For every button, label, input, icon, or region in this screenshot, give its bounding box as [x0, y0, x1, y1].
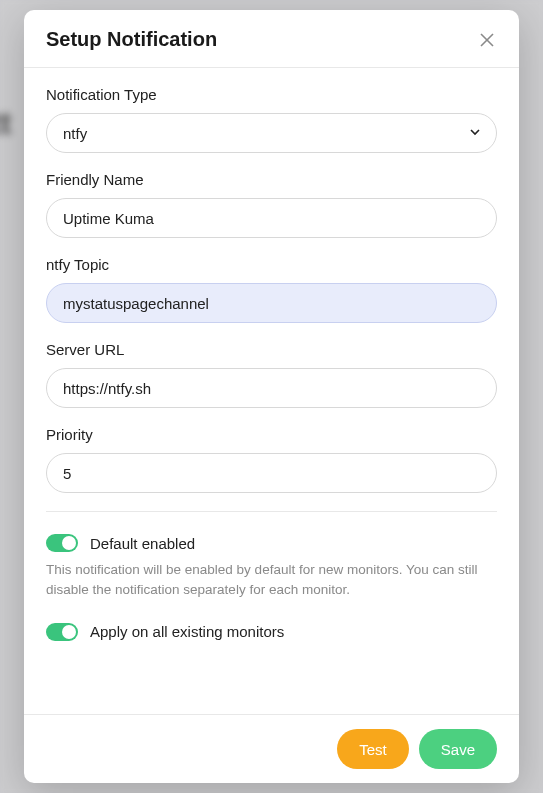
field-server-url: Server URL	[46, 341, 497, 408]
close-icon	[479, 32, 495, 48]
select-notification-type[interactable]: ntfy	[46, 113, 497, 153]
modal-header: Setup Notification	[24, 10, 519, 68]
toggle-desc-default-enabled: This notification will be enabled by def…	[46, 560, 497, 601]
modal-title: Setup Notification	[46, 28, 217, 51]
modal-body: Notification Type ntfy Friendly Name ntf…	[24, 68, 519, 714]
select-wrap-notification-type: ntfy	[46, 113, 497, 153]
field-notification-type: Notification Type ntfy	[46, 86, 497, 153]
toggle-label-apply-all: Apply on all existing monitors	[90, 623, 284, 640]
label-friendly-name: Friendly Name	[46, 171, 497, 188]
toggle-apply-all[interactable]	[46, 623, 78, 641]
field-priority: Priority	[46, 426, 497, 493]
divider	[46, 511, 497, 512]
input-ntfy-topic[interactable]	[46, 283, 497, 323]
field-ntfy-topic: ntfy Topic	[46, 256, 497, 323]
toggle-row-default-enabled: Default enabled	[46, 534, 497, 552]
toggle-default-enabled[interactable]	[46, 534, 78, 552]
toggle-row-apply-all: Apply on all existing monitors	[46, 623, 497, 641]
label-notification-type: Notification Type	[46, 86, 497, 103]
input-priority[interactable]	[46, 453, 497, 493]
label-priority: Priority	[46, 426, 497, 443]
input-friendly-name[interactable]	[46, 198, 497, 238]
save-button[interactable]: Save	[419, 729, 497, 769]
toggle-label-default-enabled: Default enabled	[90, 535, 195, 552]
label-ntfy-topic: ntfy Topic	[46, 256, 497, 273]
modal-footer: Test Save	[24, 714, 519, 783]
test-button[interactable]: Test	[337, 729, 409, 769]
setup-notification-modal: Setup Notification Notification Type ntf…	[24, 10, 519, 783]
label-server-url: Server URL	[46, 341, 497, 358]
close-button[interactable]	[477, 30, 497, 50]
input-server-url[interactable]	[46, 368, 497, 408]
field-friendly-name: Friendly Name	[46, 171, 497, 238]
